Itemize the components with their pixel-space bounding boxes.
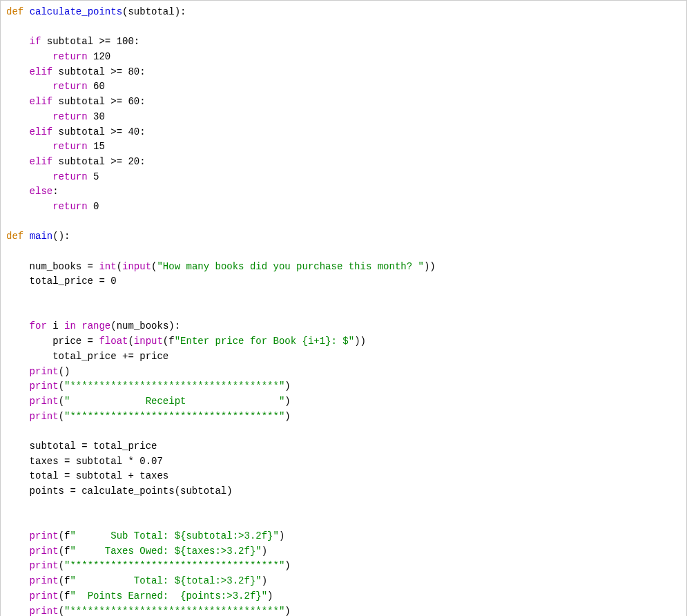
code-line: print("*********************************… <box>6 411 291 422</box>
code-text: ) <box>262 546 267 557</box>
code-text: )) <box>424 261 436 272</box>
code-text: ( <box>128 336 133 347</box>
code-line: def calculate_points(subtotal): <box>6 6 186 17</box>
builtin-print: print <box>30 606 59 617</box>
code-text: (f <box>59 530 70 541</box>
code-text: (f <box>59 575 70 586</box>
builtin-print: print <box>30 396 59 407</box>
code-line: print(f" Sub Total: ${subtotal:>3.2f}") <box>6 530 284 541</box>
code-text: ) <box>267 590 273 601</box>
code-line: elif subtotal >= 40: <box>6 126 146 137</box>
code-line: elif subtotal >= 20: <box>6 156 146 167</box>
keyword-in: in <box>64 320 76 331</box>
code-text: (): <box>52 231 70 242</box>
code-line: print("*********************************… <box>6 560 291 571</box>
code-text: (subtotal): <box>122 6 186 17</box>
keyword-return: return <box>52 141 87 152</box>
builtin-float: float <box>99 336 128 347</box>
code-line: return 5 <box>6 171 99 182</box>
code-text: 15 <box>88 141 105 152</box>
builtin-print: print <box>30 575 59 586</box>
code-text: 0 <box>88 201 99 212</box>
string-literal: " Taxes Owed: ${taxes:>3.2f}" <box>70 546 261 557</box>
keyword-else: else <box>30 186 53 197</box>
string-literal: " Total: ${total:>3.2f}" <box>70 575 261 586</box>
code-text: (f <box>163 336 175 347</box>
code-line: subtotal = total_price <box>6 441 157 452</box>
code-line: points = calculate_points(subtotal) <box>6 485 233 497</box>
builtin-print: print <box>30 366 59 377</box>
code-text: subtotal >= 40: <box>52 126 145 137</box>
code-line: total_price = 0 <box>6 276 117 287</box>
keyword-return: return <box>52 171 87 182</box>
code-text: 5 <box>88 171 99 182</box>
builtin-range: range <box>81 320 110 331</box>
code-text: ) <box>284 396 290 407</box>
code-line: elif subtotal >= 60: <box>6 96 146 107</box>
code-line: print(f" Points Earned: {points:>3.2f}") <box>6 590 273 601</box>
keyword-elif: elif <box>30 156 53 167</box>
keyword-return: return <box>52 81 87 92</box>
code-text: i <box>47 320 64 331</box>
code-text: ( <box>59 411 64 422</box>
code-line: total_price += price <box>6 351 168 362</box>
code-text: ( <box>59 381 64 392</box>
keyword-def: def <box>6 6 23 17</box>
code-text: num_books = <box>6 261 99 272</box>
code-line: else: <box>6 186 59 197</box>
code-text: 60 <box>88 81 105 92</box>
builtin-print: print <box>30 411 59 422</box>
code-text: ) <box>284 560 290 571</box>
code-line: price = float(input(f"Enter price for Bo… <box>6 336 366 347</box>
code-line: for i in range(num_books): <box>6 320 180 331</box>
string-literal: "************************************" <box>64 411 284 422</box>
code-text: subtotal >= 100: <box>41 36 139 47</box>
code-line: if subtotal >= 100: <box>6 36 139 47</box>
code-text: (f <box>59 590 70 601</box>
string-literal: "************************************" <box>64 560 284 571</box>
keyword-elif: elif <box>30 66 53 77</box>
builtin-print: print <box>30 560 59 571</box>
code-text: ( <box>59 606 64 617</box>
code-text: 120 <box>88 51 111 62</box>
code-line: print() <box>6 366 70 377</box>
builtin-print: print <box>30 546 59 557</box>
code-line: print(f" Total: ${total:>3.2f}") <box>6 575 267 586</box>
code-text: price = <box>6 336 99 347</box>
code-text: subtotal >= 80: <box>52 66 145 77</box>
function-name: calculate_points <box>30 6 122 17</box>
code-text: () <box>59 366 70 377</box>
code-text <box>76 320 81 331</box>
code-text: ) <box>284 606 290 617</box>
code-line: total = subtotal + taxes <box>6 470 168 481</box>
string-literal: "How many books did you purchase this mo… <box>157 261 423 272</box>
string-literal: " Points Earned: {points:>3.2f}" <box>70 590 267 601</box>
code-editor[interactable]: def calculate_points(subtotal): if subto… <box>0 0 687 616</box>
code-text: )) <box>354 336 366 347</box>
builtin-print: print <box>30 530 59 541</box>
string-literal: " Sub Total: ${subtotal:>3.2f}" <box>70 530 278 541</box>
keyword-def: def <box>6 231 23 242</box>
code-text: ( <box>59 560 64 571</box>
code-line: print("*********************************… <box>6 381 291 392</box>
code-text: ( <box>59 396 64 407</box>
code-line: return 120 <box>6 51 110 62</box>
code-line: return 15 <box>6 141 105 152</box>
keyword-elif: elif <box>30 96 53 107</box>
keyword-for: for <box>30 320 47 331</box>
keyword-return: return <box>52 51 87 62</box>
string-literal: " Receipt " <box>64 396 284 407</box>
code-line: num_books = int(input("How many books di… <box>6 261 436 272</box>
builtin-int: int <box>99 261 116 272</box>
string-literal: "************************************" <box>64 606 284 617</box>
keyword-return: return <box>52 111 87 122</box>
code-line: return 60 <box>6 81 105 92</box>
code-text: ) <box>262 575 267 586</box>
code-text: (f <box>59 546 70 557</box>
code-line: def main(): <box>6 231 70 242</box>
keyword-return: return <box>52 201 87 212</box>
code-line: print("*********************************… <box>6 606 291 617</box>
code-text: ( <box>117 261 122 272</box>
code-line: return 30 <box>6 111 105 122</box>
builtin-print: print <box>30 590 59 601</box>
